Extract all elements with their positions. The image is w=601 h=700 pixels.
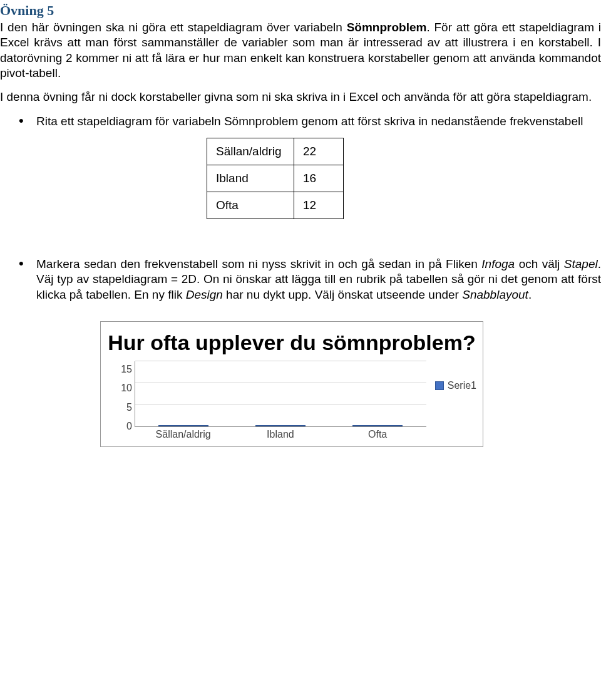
bold-term: Sömnproblem — [347, 21, 427, 34]
cell-value: 16 — [294, 165, 344, 192]
page-title: Övning 5 — [0, 3, 601, 19]
y-tick: 15 — [121, 361, 132, 378]
text: har nu dykt upp. Välj önskat utseende un… — [223, 288, 462, 301]
x-axis: Sällan/aldrigIblandOfta — [135, 429, 426, 440]
legend-swatch — [435, 381, 444, 390]
text: I den här övningen ska ni göra ett stape… — [0, 21, 347, 34]
plot-area — [135, 361, 426, 427]
x-label: Ibland — [232, 429, 329, 440]
bar-chart: Hur ofta upplever du sömnproblem? 15 10 … — [100, 321, 483, 447]
bar — [158, 425, 208, 426]
bar — [255, 425, 306, 426]
intro-paragraph-2: I denna övning får ni dock korstabeller … — [0, 90, 601, 105]
text: Markera sedan den frekvenstabell som ni … — [36, 257, 481, 270]
bullet-item-1: Rita ett stapeldiagram för variabeln Söm… — [19, 114, 601, 129]
cell-label: Ibland — [207, 165, 294, 192]
italic-term: Stapel — [564, 257, 598, 270]
cell-label: Sällan/aldrig — [207, 138, 294, 165]
bars — [135, 361, 426, 426]
bar-slot — [232, 425, 329, 426]
text: Rita ett stapeldiagram för variabeln Söm… — [36, 115, 583, 128]
italic-term: Design — [186, 288, 223, 301]
table-row: Ofta 12 — [207, 192, 344, 219]
italic-term: Infoga — [481, 257, 515, 270]
cell-label: Ofta — [207, 192, 294, 219]
y-tick: 5 — [126, 399, 132, 416]
x-label: Ofta — [329, 429, 426, 440]
x-label: Sällan/aldrig — [135, 429, 232, 440]
chart-legend: Serie1 — [426, 361, 476, 391]
intro-paragraph-1: I den här övningen ska ni göra ett stape… — [0, 20, 601, 81]
table-row: Sällan/aldrig 22 — [207, 138, 344, 165]
y-tick: 10 — [121, 380, 132, 396]
y-tick: 0 — [126, 418, 132, 435]
frequency-table: Sällan/aldrig 22 Ibland 16 Ofta 12 — [207, 138, 344, 219]
bullet-item-2: Markera sedan den frekvenstabell som ni … — [19, 257, 601, 302]
legend-label: Serie1 — [448, 380, 476, 391]
text: . — [528, 288, 532, 301]
bar-slot — [135, 425, 232, 426]
cell-value: 12 — [294, 192, 344, 219]
bar-slot — [329, 425, 426, 426]
italic-term: Snabblayout — [462, 288, 528, 301]
y-axis: 15 10 5 0 — [113, 361, 132, 435]
cell-value: 22 — [294, 138, 344, 165]
chart-title: Hur ofta upplever du sömnproblem? — [101, 322, 483, 361]
bar — [352, 425, 403, 426]
text: och välj — [515, 257, 564, 270]
table-row: Ibland 16 — [207, 165, 344, 192]
